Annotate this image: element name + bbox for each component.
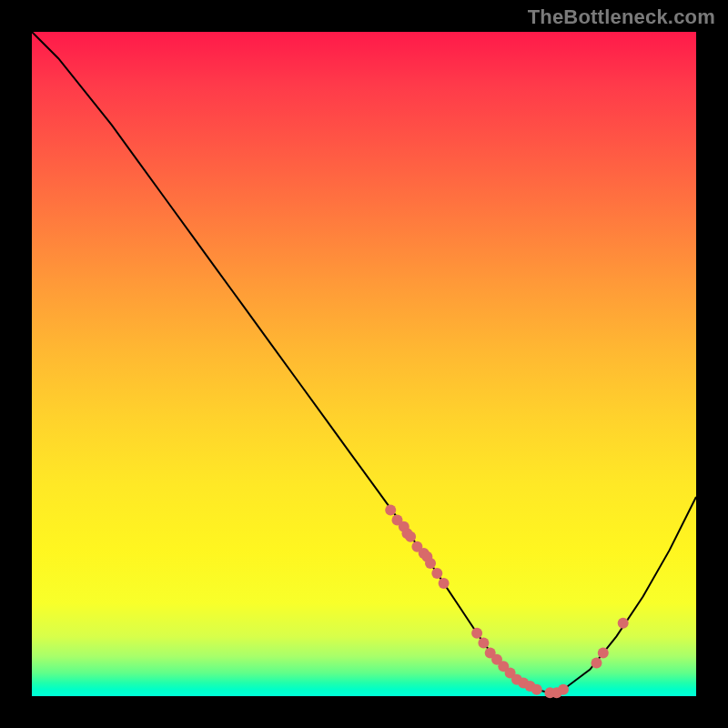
data-point: [425, 558, 436, 569]
data-point: [471, 628, 482, 639]
data-point: [405, 531, 416, 542]
data-points-group: [385, 505, 629, 699]
chart-plot-area: [32, 32, 696, 696]
data-point: [439, 578, 450, 589]
bottleneck-curve: [32, 32, 696, 693]
data-point: [618, 618, 629, 629]
data-point: [385, 505, 396, 516]
chart-svg: [32, 32, 696, 696]
data-point: [592, 658, 602, 669]
data-point: [558, 684, 569, 695]
watermark-text: TheBottleneck.com: [528, 5, 715, 29]
data-point: [478, 638, 489, 649]
data-point: [598, 648, 609, 659]
data-point: [531, 684, 542, 695]
data-point: [431, 568, 442, 579]
